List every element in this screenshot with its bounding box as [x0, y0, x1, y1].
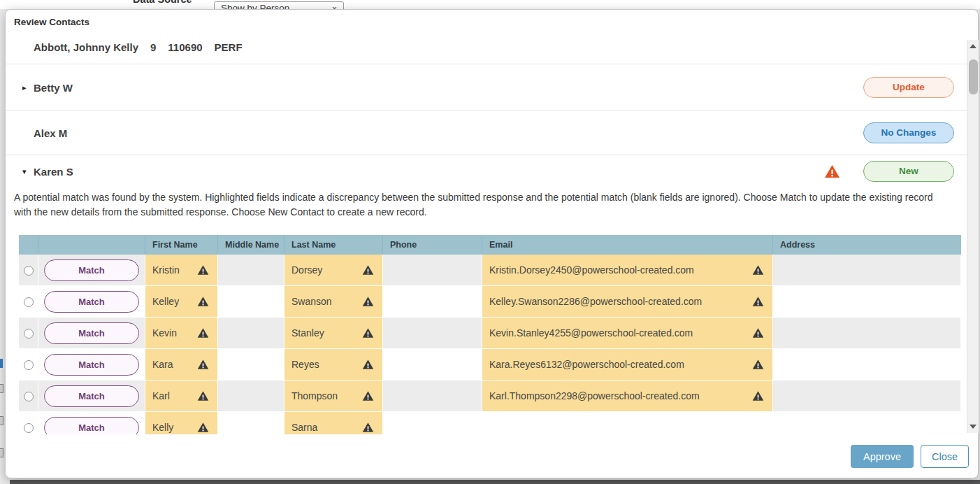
- first-name-value: Kelly: [152, 422, 173, 433]
- email-cell: [482, 412, 773, 434]
- email-cell: Kristin.Dorsey2450@powerschool-created.c…: [482, 255, 773, 286]
- email-cell: Karl.Thompson2298@powerschool-created.co…: [482, 380, 773, 412]
- email-cell: Kara.Reyes6132@powerschool-created.com: [482, 349, 773, 380]
- match-button[interactable]: Match: [44, 291, 139, 313]
- arrow-down-icon: [970, 425, 977, 429]
- first-name-value: Kara: [152, 359, 173, 370]
- student-number: 110690: [168, 41, 202, 53]
- middle-name-cell: [218, 380, 284, 412]
- background-fragment: [0, 359, 3, 368]
- first-name-value: Kristin: [152, 264, 180, 276]
- show-by-person-select[interactable]: Show by Person ⌄: [214, 1, 344, 9]
- match-table-row: MatchKarlThompsonKarl.Thompson2298@power…: [19, 380, 961, 412]
- student-header: Abbott, Johnny Kelly 9 110690 PERF: [6, 31, 967, 64]
- warning-icon: [362, 422, 374, 433]
- status-new-button[interactable]: New: [863, 161, 954, 182]
- match-button[interactable]: Match: [44, 322, 139, 344]
- match-button[interactable]: Match: [44, 354, 139, 376]
- select-match-radio[interactable]: [24, 329, 34, 339]
- arrow-up-icon: [970, 44, 977, 48]
- background-fragment: [0, 384, 3, 393]
- contact-row: ▾ Karen S New: [6, 155, 967, 187]
- email-value: Kara.Reyes6132@powerschool-created.com: [489, 359, 684, 370]
- column-header-middle-name: Middle Name: [218, 235, 284, 255]
- match-help-text: A potential match was found by the syste…: [14, 190, 953, 220]
- phone-cell: [383, 255, 482, 286]
- warning-icon: [362, 297, 374, 307]
- warning-icon: [197, 360, 209, 370]
- warning-icon: [197, 297, 209, 307]
- last-name-cell: Sarna: [284, 412, 383, 434]
- middle-name-cell: [218, 286, 284, 318]
- select-match-radio[interactable]: [24, 266, 34, 276]
- phone-cell: [383, 412, 482, 434]
- match-button[interactable]: Match: [44, 417, 139, 435]
- background-fragment: [10, 480, 980, 484]
- address-cell: [773, 318, 961, 349]
- last-name-cell: Dorsey: [284, 255, 383, 286]
- select-match-radio[interactable]: [24, 297, 34, 307]
- first-name-cell: Kelly: [145, 412, 218, 434]
- warning-icon: [362, 391, 374, 401]
- show-by-person-value: Show by Person: [221, 3, 289, 9]
- last-name-cell: Thompson: [284, 380, 383, 412]
- scroll-up-button[interactable]: [967, 41, 979, 51]
- select-match-radio[interactable]: [24, 360, 34, 370]
- first-name-cell: Kevin: [145, 318, 218, 349]
- select-match-radio[interactable]: [24, 392, 34, 401]
- column-header: [19, 235, 38, 255]
- first-name-value: Kelley: [152, 296, 179, 307]
- middle-name-cell: [218, 412, 284, 434]
- caret-expanded-icon[interactable]: ▾: [22, 167, 32, 176]
- warning-icon: [197, 391, 209, 401]
- email-value: Kevin.Stanley4255@powerschool-created.co…: [489, 327, 693, 339]
- match-button[interactable]: Match: [44, 385, 139, 407]
- match-button[interactable]: Match: [44, 259, 139, 281]
- address-cell: [773, 349, 961, 380]
- first-name-value: Kevin: [152, 327, 177, 339]
- column-header: [38, 235, 145, 255]
- last-name-value: Reyes: [291, 359, 319, 370]
- student-name: Abbott, Johnny Kelly: [34, 41, 138, 53]
- last-name-value: Dorsey: [291, 264, 322, 276]
- match-table-row: MatchKelleySwansonKelley.Swanson2286@pow…: [19, 286, 961, 318]
- warning-icon: [752, 391, 764, 401]
- last-name-cell: Stanley: [284, 318, 383, 349]
- middle-name-cell: [218, 255, 284, 286]
- approve-button[interactable]: Approve: [851, 445, 914, 468]
- status-no-changes-button[interactable]: No Changes: [863, 122, 954, 143]
- caret-collapsed-icon[interactable]: ▸: [22, 83, 32, 92]
- scrollbar[interactable]: [967, 40, 979, 433]
- contacts-scroll-area: Abbott, Johnny Kelly 9 110690 PERF ▸ Bet…: [6, 31, 967, 434]
- warning-icon: [752, 265, 764, 276]
- close-button[interactable]: Close: [921, 445, 969, 468]
- phone-cell: [383, 349, 482, 380]
- column-header-email: Email: [482, 235, 773, 255]
- match-table-row: MatchKaraReyesKara.Reyes6132@powerschool…: [19, 349, 961, 380]
- first-name-cell: Kristin: [145, 255, 218, 286]
- select-match-radio[interactable]: [24, 423, 34, 433]
- first-name-value: Karl: [152, 390, 170, 401]
- first-name-cell: Karl: [145, 380, 218, 412]
- dialog-title: Review Contacts: [14, 17, 89, 27]
- match-table-header-row: First Name Middle Name Last Name Phone E…: [19, 235, 961, 255]
- last-name-value: Stanley: [291, 327, 324, 339]
- last-name-value: Sarna: [291, 422, 317, 433]
- warning-icon: [752, 360, 764, 370]
- student-grade: 9: [150, 41, 156, 53]
- warning-icon: [362, 328, 374, 339]
- middle-name-cell: [218, 349, 284, 380]
- address-cell: [773, 380, 961, 412]
- match-table-body: MatchKristinDorseyKristin.Dorsey2450@pow…: [19, 255, 961, 434]
- warning-icon: [197, 328, 209, 339]
- last-name-value: Thompson: [291, 390, 338, 401]
- column-header-address: Address: [773, 235, 961, 255]
- scroll-down-button[interactable]: [967, 422, 979, 432]
- background-page-strip: Data Source Show by Person ⌄: [0, 0, 980, 9]
- email-value: Kristin.Dorsey2450@powerschool-created.c…: [489, 264, 694, 276]
- status-update-button[interactable]: Update: [863, 77, 954, 98]
- scrollbar-thumb[interactable]: [969, 59, 978, 94]
- address-cell: [773, 286, 961, 318]
- warning-icon: [824, 164, 840, 178]
- background-fragment: [0, 416, 3, 425]
